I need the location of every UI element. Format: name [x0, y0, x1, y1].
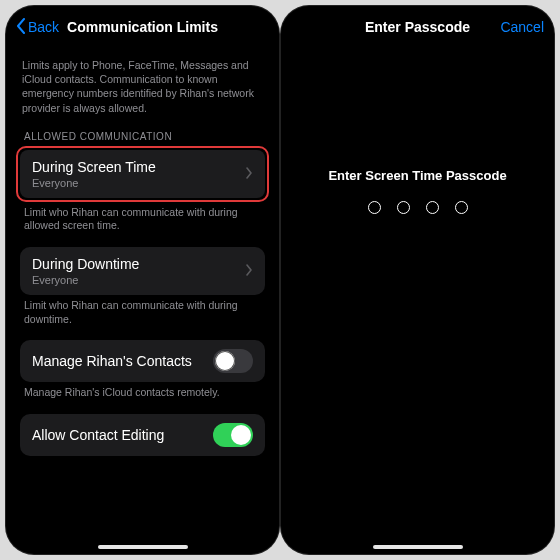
passcode-prompt: Enter Screen Time Passcode — [328, 168, 506, 183]
passcode-dots[interactable] — [368, 201, 468, 214]
phone-enter-passcode: Enter Passcode Cancel Enter Screen Time … — [281, 6, 554, 554]
back-button[interactable]: Back — [16, 18, 59, 37]
switch-manage-contacts[interactable] — [213, 349, 253, 373]
row-subtitle: Everyone — [32, 177, 156, 189]
footer-manage-contacts: Manage Rihan's iCloud contacts remotely. — [24, 386, 261, 400]
content: Limits apply to Phone, FaceTime, Message… — [6, 48, 279, 554]
row-during-screen-time[interactable]: During Screen Time Everyone — [20, 150, 265, 198]
passcode-dot — [455, 201, 468, 214]
home-indicator[interactable] — [373, 545, 463, 549]
row-during-downtime[interactable]: During Downtime Everyone — [20, 247, 265, 295]
row-title: Manage Rihan's Contacts — [32, 353, 192, 369]
passcode-dot — [426, 201, 439, 214]
row-allow-contact-editing[interactable]: Allow Contact Editing — [20, 414, 265, 456]
footer-downtime: Limit who Rihan can communicate with dur… — [24, 299, 261, 326]
chevron-left-icon — [16, 18, 26, 37]
chevron-right-icon — [245, 263, 253, 279]
chevron-right-icon — [245, 166, 253, 182]
highlight-box: During Screen Time Everyone — [16, 146, 269, 202]
switch-allow-editing[interactable] — [213, 423, 253, 447]
intro-text: Limits apply to Phone, FaceTime, Message… — [22, 58, 263, 115]
row-title: Allow Contact Editing — [32, 427, 164, 443]
back-label: Back — [28, 19, 59, 35]
passcode-dot — [368, 201, 381, 214]
row-manage-contacts[interactable]: Manage Rihan's Contacts — [20, 340, 265, 382]
phone-communication-limits: Back Communication Limits Limits apply t… — [6, 6, 279, 554]
group-header-allowed: ALLOWED COMMUNICATION — [24, 131, 261, 142]
passcode-area: Enter Screen Time Passcode — [281, 48, 554, 554]
row-title: During Downtime — [32, 256, 139, 272]
cancel-button[interactable]: Cancel — [500, 19, 544, 35]
row-subtitle: Everyone — [32, 274, 139, 286]
navbar: Back Communication Limits — [6, 6, 279, 48]
passcode-dot — [397, 201, 410, 214]
footer-screen-time: Limit who Rihan can communicate with dur… — [24, 206, 261, 233]
navbar: Enter Passcode Cancel — [281, 6, 554, 48]
row-title: During Screen Time — [32, 159, 156, 175]
home-indicator[interactable] — [98, 545, 188, 549]
